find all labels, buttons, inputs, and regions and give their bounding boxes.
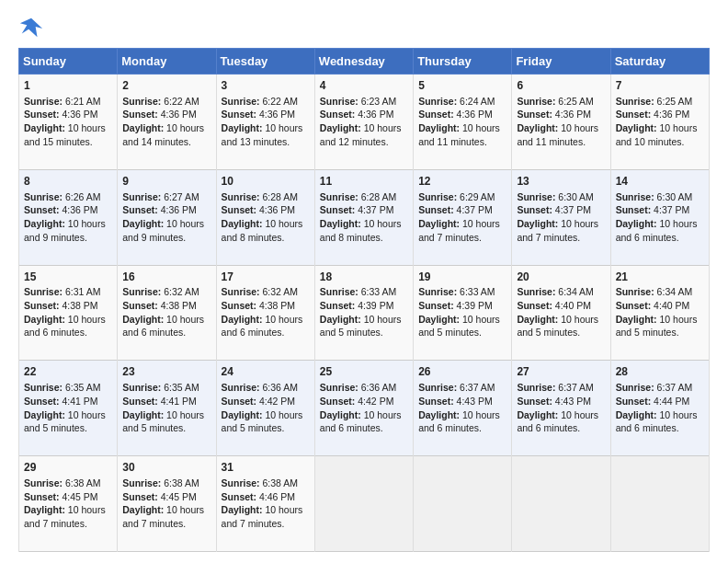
sunset-label: Sunset: bbox=[222, 491, 257, 502]
day-number: 22 bbox=[24, 364, 112, 380]
week-row-5: 29Sunrise: 6:38 AMSunset: 4:45 PMDayligh… bbox=[19, 456, 710, 552]
header bbox=[18, 15, 710, 40]
sunrise-label: Sunrise: bbox=[24, 382, 63, 393]
day-number: 14 bbox=[616, 174, 704, 190]
day-cell: 16Sunrise: 6:32 AMSunset: 4:38 PMDayligh… bbox=[118, 265, 216, 361]
day-cell: 31Sunrise: 6:38 AMSunset: 4:46 PMDayligh… bbox=[216, 456, 314, 552]
day-cell: 18Sunrise: 6:33 AMSunset: 4:39 PMDayligh… bbox=[314, 265, 413, 361]
week-row-4: 22Sunrise: 6:35 AMSunset: 4:41 PMDayligh… bbox=[19, 361, 710, 456]
sunset-label: Sunset: bbox=[418, 396, 454, 407]
daylight-label: Daylight: bbox=[24, 314, 65, 325]
sunrise-label: Sunrise: bbox=[616, 382, 654, 393]
sunrise-label: Sunrise: bbox=[616, 286, 654, 297]
sunrise-label: Sunrise: bbox=[418, 191, 457, 202]
sunset-label: Sunset: bbox=[320, 204, 356, 215]
sunrise-label: Sunrise: bbox=[122, 286, 161, 297]
day-number: 16 bbox=[122, 270, 210, 285]
sunrise-label: Sunrise: bbox=[320, 191, 358, 202]
col-header-wednesday: Wednesday bbox=[314, 49, 413, 75]
day-number: 30 bbox=[122, 460, 210, 476]
daylight-label: Daylight: bbox=[24, 122, 65, 133]
day-cell: 2Sunrise: 6:22 AMSunset: 4:36 PMDaylight… bbox=[118, 75, 216, 170]
day-cell: 3Sunrise: 6:22 AMSunset: 4:36 PMDaylight… bbox=[216, 75, 314, 170]
day-cell: 13Sunrise: 6:30 AMSunset: 4:37 PMDayligh… bbox=[512, 169, 610, 265]
daylight-label: Daylight: bbox=[222, 314, 263, 325]
daylight-label: Daylight: bbox=[418, 314, 460, 325]
daylight-label: Daylight: bbox=[517, 122, 558, 133]
sunrise-label: Sunrise: bbox=[122, 382, 161, 393]
sunset-label: Sunset: bbox=[517, 109, 552, 120]
col-header-tuesday: Tuesday bbox=[216, 49, 314, 75]
sunrise-label: Sunrise: bbox=[222, 382, 260, 393]
daylight-label: Daylight: bbox=[122, 122, 164, 133]
day-number: 5 bbox=[418, 78, 506, 94]
sunrise-label: Sunrise: bbox=[122, 477, 161, 488]
sunset-label: Sunset: bbox=[24, 300, 60, 311]
sunset-label: Sunset: bbox=[222, 300, 257, 311]
sunrise-label: Sunrise: bbox=[122, 96, 161, 107]
sunset-label: Sunset: bbox=[122, 396, 158, 407]
day-number: 2 bbox=[122, 78, 210, 94]
day-cell: 8Sunrise: 6:26 AMSunset: 4:36 PMDaylight… bbox=[19, 169, 118, 265]
sunset-label: Sunset: bbox=[616, 396, 652, 407]
day-cell: 11Sunrise: 6:28 AMSunset: 4:37 PMDayligh… bbox=[314, 169, 413, 265]
daylight-label: Daylight: bbox=[122, 504, 164, 515]
sunrise-label: Sunrise: bbox=[517, 382, 555, 393]
daylight-label: Daylight: bbox=[320, 314, 361, 325]
day-cell bbox=[610, 456, 709, 552]
sunset-label: Sunset: bbox=[517, 204, 552, 215]
sunrise-label: Sunrise: bbox=[320, 286, 358, 297]
day-number: 1 bbox=[24, 78, 112, 94]
day-cell: 19Sunrise: 6:33 AMSunset: 4:39 PMDayligh… bbox=[414, 265, 512, 361]
sunset-label: Sunset: bbox=[517, 300, 552, 311]
day-number: 28 bbox=[616, 364, 704, 380]
sunrise-label: Sunrise: bbox=[24, 191, 63, 202]
sunrise-label: Sunrise: bbox=[320, 96, 358, 107]
sunrise-label: Sunrise: bbox=[222, 96, 260, 107]
day-cell: 5Sunrise: 6:24 AMSunset: 4:36 PMDaylight… bbox=[414, 75, 512, 170]
daylight-label: Daylight: bbox=[616, 218, 657, 229]
daylight-label: Daylight: bbox=[517, 314, 558, 325]
col-header-friday: Friday bbox=[512, 49, 610, 75]
sunset-label: Sunset: bbox=[418, 300, 454, 311]
day-number: 4 bbox=[320, 78, 408, 94]
sunrise-label: Sunrise: bbox=[24, 96, 63, 107]
sunrise-label: Sunrise: bbox=[616, 191, 654, 202]
sunrise-label: Sunrise: bbox=[418, 286, 457, 297]
day-cell: 25Sunrise: 6:36 AMSunset: 4:42 PMDayligh… bbox=[314, 361, 413, 456]
sunset-label: Sunset: bbox=[418, 204, 454, 215]
daylight-label: Daylight: bbox=[122, 409, 164, 420]
day-number: 8 bbox=[24, 174, 112, 190]
day-cell: 15Sunrise: 6:31 AMSunset: 4:38 PMDayligh… bbox=[19, 265, 118, 361]
daylight-label: Daylight: bbox=[320, 218, 361, 229]
daylight-label: Daylight: bbox=[222, 122, 263, 133]
daylight-label: Daylight: bbox=[616, 314, 657, 325]
day-number: 10 bbox=[222, 174, 310, 190]
col-header-monday: Monday bbox=[118, 49, 216, 75]
daylight-label: Daylight: bbox=[616, 122, 657, 133]
day-cell: 26Sunrise: 6:37 AMSunset: 4:43 PMDayligh… bbox=[414, 361, 512, 456]
day-number: 29 bbox=[24, 460, 112, 476]
page: SundayMondayTuesdayWednesdayThursdayFrid… bbox=[0, 0, 728, 563]
daylight-label: Daylight: bbox=[320, 409, 361, 420]
calendar-table: SundayMondayTuesdayWednesdayThursdayFrid… bbox=[18, 48, 710, 552]
logo-icon bbox=[18, 15, 44, 40]
day-number: 31 bbox=[222, 460, 310, 476]
sunset-label: Sunset: bbox=[24, 109, 60, 120]
day-number: 18 bbox=[320, 270, 408, 285]
day-cell: 27Sunrise: 6:37 AMSunset: 4:43 PMDayligh… bbox=[512, 361, 610, 456]
week-row-1: 1Sunrise: 6:21 AMSunset: 4:36 PMDaylight… bbox=[19, 75, 710, 170]
day-cell: 10Sunrise: 6:28 AMSunset: 4:36 PMDayligh… bbox=[216, 169, 314, 265]
sunrise-label: Sunrise: bbox=[222, 191, 260, 202]
sunset-label: Sunset: bbox=[222, 396, 257, 407]
daylight-label: Daylight: bbox=[517, 409, 558, 420]
sunset-label: Sunset: bbox=[616, 300, 652, 311]
sunset-label: Sunset: bbox=[222, 204, 257, 215]
daylight-label: Daylight: bbox=[222, 409, 263, 420]
sunrise-label: Sunrise: bbox=[616, 96, 654, 107]
day-number: 12 bbox=[418, 174, 506, 190]
day-number: 23 bbox=[122, 364, 210, 380]
daylight-label: Daylight: bbox=[418, 409, 460, 420]
sunrise-label: Sunrise: bbox=[320, 382, 358, 393]
sunset-label: Sunset: bbox=[24, 491, 60, 502]
